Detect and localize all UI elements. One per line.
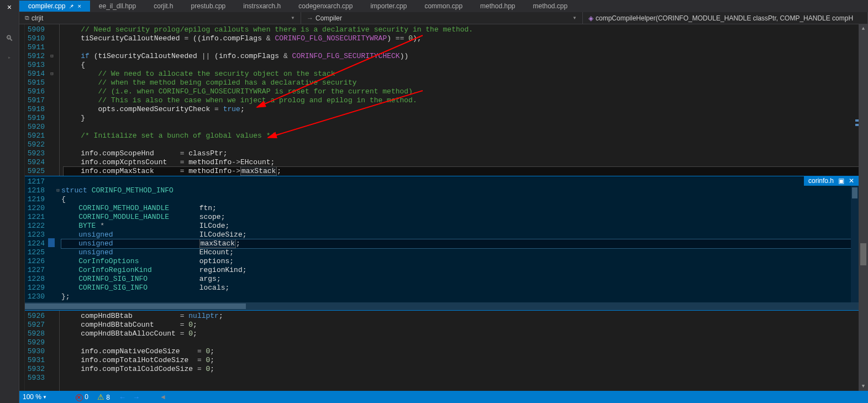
scroll-down-icon[interactable]: ▼ [859,382,868,391]
chevron-down-icon: ▼ [43,395,47,400]
code-line[interactable] [64,140,859,149]
tab-corjit-h[interactable]: corjit.h [145,1,182,12]
scroll-up-icon[interactable]: ▲ [859,24,868,33]
zoom-control[interactable]: 100 % ▼ [23,393,47,401]
code-line[interactable]: { [61,195,851,204]
glyph-margin [19,24,25,391]
error-icon: ✕ [76,394,83,401]
method-icon: ◈ [588,14,593,22]
indent-guides [56,24,64,176]
tab-importer-cpp[interactable]: importer.cpp [361,1,415,12]
peek-definition-window: corinfo.h ▣ ✕ 12171218121912201221122212… [25,176,859,311]
tab-method-hpp[interactable]: method.hpp [471,1,524,12]
class-label: Compiler [315,14,342,22]
scope-dropdown[interactable]: ⧉ clrjit ▼ [19,12,301,24]
promote-icon[interactable]: ▣ [838,177,844,185]
peek-breakpoint-margin [48,176,55,302]
code-line[interactable]: compHndBBtabCount = 0; [64,321,859,329]
code-line[interactable]: }; [61,292,851,301]
code-line[interactable]: { [64,61,859,70]
code-line[interactable]: BYTE * ILCode; [61,222,851,231]
peek-code-area[interactable]: struct CORINFO_METHOD_INFO{ CORINFO_METH… [61,176,851,302]
code-line[interactable] [64,43,859,52]
code-line[interactable]: unsigned maxStack; [61,239,851,248]
zoom-level: 100 % [23,393,41,401]
left-toolbar: × 🔍︎ ▸ [0,0,19,403]
code-area-bottom[interactable]: compHndBBtab = nullptr; compHndBBtabCoun… [64,311,859,391]
warning-icon: ⚠ [97,392,104,401]
code-line[interactable]: info.compScopeHnd = classPtr; [64,149,859,158]
fold-margin[interactable]: ⊟⊟ [48,24,56,176]
code-line[interactable]: // This is also the case when we inject … [64,96,859,105]
code-line[interactable]: opts.compNeedSecurityCheck = true; [64,105,859,114]
scope-label: clrjit [31,14,43,22]
close-icon[interactable]: ✕ [849,177,854,185]
navigation-bar: ⧉ clrjit ▼ → Compiler ▼ ◈ compCompileHel… [19,12,868,24]
scrollbar-thumb[interactable] [860,243,866,265]
code-line[interactable] [61,177,851,186]
code-line[interactable]: } [64,114,859,123]
tab-compiler-cpp[interactable]: compiler.cpp📌︎× [19,1,90,12]
method-dropdown[interactable]: ◈ compCompileHelper(CORINFO_MODULE_HANDL… [583,12,868,24]
code-area-top[interactable]: // Need security prolog/epilog callouts … [64,24,859,176]
code-line[interactable]: unsigned ILCodeSize; [61,231,851,239]
search-icon[interactable]: 🔍︎ [6,34,13,43]
minimap-marker[interactable] [855,124,859,126]
code-line[interactable]: CorInfoRegionKind regionKind; [61,266,851,275]
code-line[interactable]: CORINFO_SIG_INFO args; [61,275,851,284]
code-line[interactable]: info.compMaxStack = methodInfo->maxStack… [64,167,859,176]
tab-ee_il_dll-hpp[interactable]: ee_il_dll.hpp [90,1,145,12]
cpp-icon: ⧉ [25,14,29,22]
warning-count[interactable]: ⚠ 8 [97,392,110,401]
code-line[interactable]: info.compXcptnsCount = methodInfo->EHcou… [64,158,859,167]
tab-common-cpp[interactable]: common.cpp [415,1,471,12]
pin-icon[interactable]: 📌︎ [69,3,74,9]
code-line[interactable]: // We need to allocate the security obje… [64,70,859,78]
minimap-marker[interactable] [855,119,859,122]
code-line[interactable]: struct CORINFO_METHOD_INFO [61,186,851,195]
class-dropdown[interactable]: → Compiler ▼ [301,12,583,24]
scroll-left-icon[interactable]: ◄ [160,393,166,401]
code-line[interactable]: compHndBBtabAllocCount = 0; [64,329,859,338]
line-numbers: 59265927592859295930593159325933 [25,311,48,391]
nav-back-icon[interactable]: ← [119,393,126,401]
code-line[interactable]: CORINFO_SIG_INFO locals; [61,284,851,292]
status-bar: 100 % ▼ ✕ 0 ⚠ 8 ← → ◄ [19,391,868,403]
code-line[interactable]: CORINFO_MODULE_HANDLE scope; [61,213,851,222]
vertical-scrollbar[interactable]: ▲ ▼ [859,24,868,391]
close-icon[interactable]: × [77,3,81,9]
expand-icon[interactable]: ▸ [8,54,11,61]
nav-arrows: ← → [119,393,140,401]
code-line[interactable]: tiSecurityCalloutNeeded = ((info.compFla… [64,34,859,43]
code-line[interactable]: if (tiSecurityCalloutNeeded || (info.com… [64,52,859,61]
code-line[interactable] [64,123,859,132]
code-line[interactable]: // Need security prolog/epilog callouts … [64,25,859,34]
chevron-down-icon: ▼ [572,15,577,20]
code-line[interactable]: CorInfoOptions options; [61,257,851,266]
error-count[interactable]: ✕ 0 [76,393,88,401]
peek-fold-margin[interactable]: ⊟ [55,176,61,302]
code-line[interactable] [64,374,859,383]
code-line[interactable]: info.compTotalColdCodeSize = 0; [64,365,859,374]
tab-instrsxarch-h[interactable]: instrsxarch.h [234,1,290,12]
peek-horizontal-scrollbar[interactable] [25,302,859,310]
nav-forward-icon[interactable]: → [133,393,140,401]
code-line[interactable]: // when the method being compiled has a … [64,78,859,87]
tab-codegenxarch-cpp[interactable]: codegenxarch.cpp [290,1,361,12]
fold-margin[interactable] [48,311,56,391]
code-line[interactable] [64,338,859,347]
code-line[interactable]: unsigned EHcount; [61,248,851,257]
chevron-down-icon: ▼ [291,15,295,20]
tab-method-cpp[interactable]: method.cpp [524,1,577,12]
close-icon[interactable]: × [7,3,12,12]
peek-line-numbers: 1217121812191220122112221223122412251226… [25,176,48,302]
code-editor[interactable]: 5909591059115912591359145915591659175918… [19,24,868,391]
tab-prestub-cpp[interactable]: prestub.cpp [182,1,235,12]
code-line[interactable]: info.compTotalHotCodeSize = 0; [64,356,859,365]
code-line[interactable]: compHndBBtab = nullptr; [64,312,859,321]
code-line[interactable]: CORINFO_METHOD_HANDLE ftn; [61,204,851,213]
code-line[interactable]: /* Initialize set a bunch of global valu… [64,132,859,140]
code-line[interactable]: // (i.e. when CORINFO_FLG_NOSECURITYWRAP… [64,87,859,96]
code-line[interactable]: info.compNativeCodeSize = 0; [64,347,859,356]
peek-vertical-scrollbar[interactable] [851,176,859,302]
